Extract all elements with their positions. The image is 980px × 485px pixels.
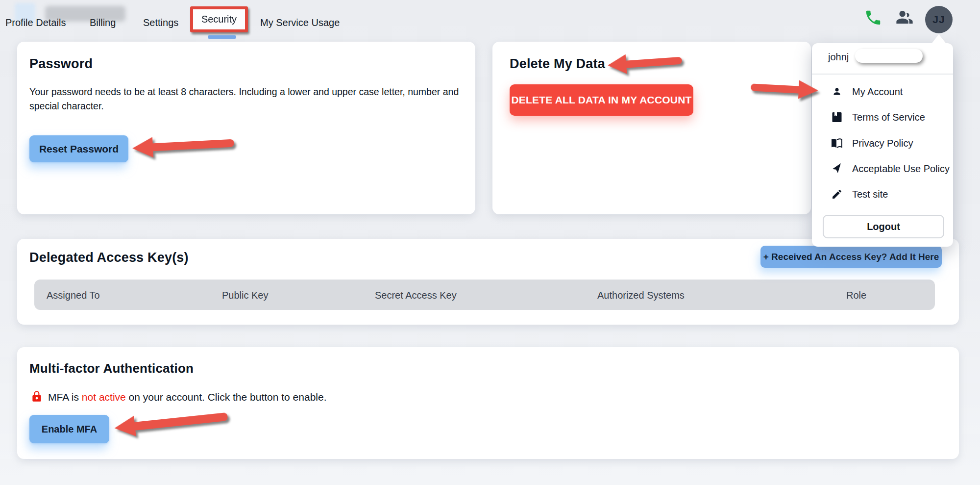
tab-my-service-usage[interactable]: My Service Usage [260, 17, 340, 28]
send-icon [831, 163, 843, 175]
mfa-status-highlight: not active [82, 391, 126, 403]
delete-all-data-button[interactable]: DELETE ALL DATA IN MY ACCOUNT [510, 84, 693, 116]
phone-button[interactable] [862, 7, 884, 28]
avatar-initials: JJ [932, 14, 945, 26]
delete-data-card-title: Delete My Data [510, 56, 605, 72]
security-tab-annotation-box: Security [190, 6, 248, 32]
add-access-key-button[interactable]: + Received An Access Key? Add It Here [760, 246, 942, 268]
column-header-secret-access-key: Secret Access Key [375, 290, 457, 301]
redacted-username-pill [855, 49, 923, 63]
enable-mfa-button[interactable]: Enable MFA [29, 415, 109, 443]
mfa-card: Multi-factor Authentication MFA is not a… [17, 347, 959, 459]
person-icon [831, 86, 843, 98]
account-username: johnj [828, 51, 849, 63]
logout-button[interactable]: Logout [823, 215, 944, 238]
pencil-icon [831, 188, 843, 200]
mfa-status-suffix: on your account. Click the button to ena… [126, 391, 327, 403]
menu-item-test-site[interactable]: Test site [812, 186, 953, 203]
menu-item-terms-of-service[interactable]: Terms of Service [812, 109, 953, 126]
mfa-status-text: MFA is not active on your account. Click… [48, 391, 327, 403]
tab-settings[interactable]: Settings [143, 17, 178, 28]
avatar[interactable]: JJ [925, 6, 953, 33]
password-requirements-text: Your password needs to be at least 8 cha… [29, 85, 473, 113]
contacts-button[interactable] [893, 7, 916, 28]
tab-security[interactable]: Security [201, 14, 237, 25]
password-card-title: Password [29, 56, 93, 72]
access-keys-table-header [34, 280, 935, 310]
menu-item-privacy-policy[interactable]: Privacy Policy [812, 135, 953, 152]
column-header-public-key: Public Key [222, 290, 269, 301]
menu-divider [812, 74, 953, 75]
account-menu-caret [931, 34, 946, 44]
menu-item-my-account[interactable]: My Account [812, 83, 953, 100]
open-book-icon [831, 137, 843, 149]
tab-profile-details[interactable]: Profile Details [5, 17, 66, 28]
annotation-arrow-my-account [750, 77, 819, 100]
column-header-role: Role [846, 290, 866, 301]
mfa-status-prefix: MFA is [48, 391, 82, 403]
access-keys-card-title: Delegated Access Key(s) [29, 250, 189, 265]
password-card: Password Your password needs to be at le… [17, 42, 475, 214]
menu-item-acceptable-use-policy[interactable]: Acceptable Use Policy [812, 160, 953, 177]
mfa-card-title: Multi-factor Authentication [29, 361, 194, 376]
book-icon [832, 111, 842, 123]
account-dropdown-menu: johnj My Account Terms of Service Privac… [812, 43, 953, 247]
security-settings-page: Profile Details Billing Settings Securit… [0, 0, 980, 485]
column-header-authorized-systems: Authorized Systems [597, 290, 685, 301]
column-header-assigned-to: Assigned To [47, 290, 100, 301]
phone-icon [864, 8, 882, 27]
lock-icon [30, 389, 43, 404]
reset-password-button[interactable]: Reset Password [29, 135, 128, 162]
active-tab-underline [208, 35, 236, 39]
people-icon [894, 7, 915, 28]
tab-billing[interactable]: Billing [90, 17, 116, 28]
